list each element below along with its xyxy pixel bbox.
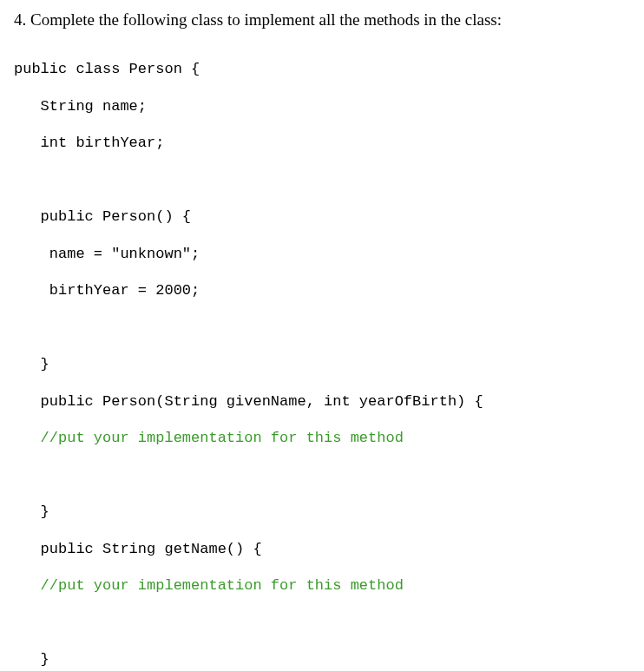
code-ctor-args-close: } [14, 503, 630, 521]
code-field-name: String name; [14, 97, 630, 115]
blank-line [14, 466, 630, 484]
code-ctor-noarg-close: } [14, 355, 630, 373]
code-ctor-args-decl: public Person(String givenName, int year… [14, 392, 630, 411]
code-getname-comment: //put your implementation for this metho… [14, 576, 630, 595]
code-getname-close: } [14, 650, 630, 668]
code-field-birthyear: int birthYear; [14, 134, 630, 152]
code-ctor-args-comment: //put your implementation for this metho… [14, 429, 630, 447]
code-class-decl: public class Person { [14, 60, 630, 78]
code-block: public class Person { String name; int b… [14, 42, 630, 671]
code-ctor-noarg-body1: name = "unknown"; [14, 245, 630, 263]
blank-line [14, 614, 630, 632]
blank-line [14, 171, 630, 189]
code-ctor-noarg-body2: birthYear = 2000; [14, 281, 630, 299]
question-text: 4. Complete the following class to imple… [14, 10, 630, 30]
blank-line [14, 319, 630, 337]
code-getname-decl: public String getName() { [14, 540, 630, 558]
code-ctor-noarg-decl: public Person() { [14, 207, 630, 226]
